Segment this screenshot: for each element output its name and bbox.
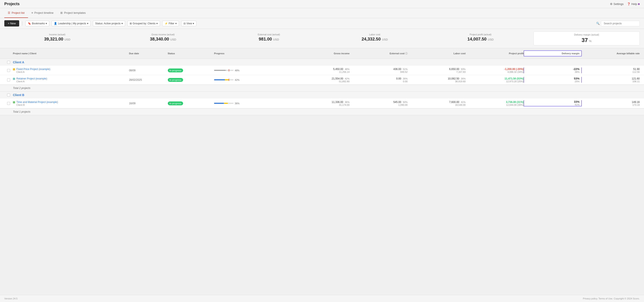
fp-status: In progress xyxy=(168,68,214,72)
th-external-cost: External cost ⓘ xyxy=(350,52,408,55)
summary-project-profit: Project profit (actual) 14,007.50 USD xyxy=(428,32,533,46)
th-progress: Progress xyxy=(214,52,292,55)
th-project-name: Project name | Client xyxy=(13,52,129,55)
notification-dot xyxy=(638,3,640,5)
summary-external-cost: External cost (actual) 981.00 USD xyxy=(216,32,322,46)
timeline-icon: ≡ xyxy=(32,11,33,14)
table-header: Project name | Client Due date Status Pr… xyxy=(0,48,644,59)
tab-project-list[interactable]: ☰ Project list xyxy=(4,8,28,18)
tm-status: In progress xyxy=(168,102,214,105)
rp-name-text: Retainer Project (example) Client A xyxy=(16,77,47,83)
tm-name-cell: Time and Material Project (example) Clie… xyxy=(13,100,129,106)
client-b-name[interactable]: Client B xyxy=(13,93,129,97)
project-row-rp: Retainer Project (example) Client A 28/0… xyxy=(0,75,644,85)
view-button[interactable]: ⊟ View ▾ xyxy=(181,21,197,26)
fp-color-dot xyxy=(13,68,15,70)
rp-avg-billable: 121.60 108.11 xyxy=(582,77,640,83)
tm-external-cost: 545.00 50% 1,090.00 xyxy=(350,100,408,106)
settings-link[interactable]: ⚙ Settings xyxy=(610,2,624,6)
settings-icon: ⚙ xyxy=(610,2,612,6)
rp-progress: 42% xyxy=(214,78,292,81)
tm-labor-cost: 7,600.00 41% 18,530.00 xyxy=(408,100,466,106)
fp-avg-billable: 51.90 112.56 xyxy=(582,68,640,73)
rp-status: In progress xyxy=(168,78,214,82)
th-status: Status xyxy=(168,52,214,55)
fp-due-date: 08/09 xyxy=(129,69,168,72)
summary-delivery-margin-value: 37 % xyxy=(536,37,637,44)
help-link[interactable]: ❓ Help xyxy=(627,2,640,6)
client-a-name[interactable]: Client A xyxy=(13,60,129,64)
th-delivery-margin: Delivery margin xyxy=(524,50,582,56)
total-row-a: Total 2 projects xyxy=(0,85,644,92)
chevron-down-icon-6: ▾ xyxy=(193,22,194,25)
fp-progress-pct: 48% xyxy=(235,69,240,72)
total-row-b: Total 1 projects xyxy=(0,108,644,115)
fp-progress-marker xyxy=(229,69,229,72)
client-a-row: Client A xyxy=(0,59,644,66)
search-area: 🔍 xyxy=(596,21,640,26)
fp-checkbox[interactable] xyxy=(7,69,10,72)
info-icon: ⓘ xyxy=(405,52,408,55)
chevron-down-icon-5: ▾ xyxy=(175,22,176,25)
bookmark-icon: 🔖 xyxy=(28,22,31,25)
summary-gross-income: Gross income (actual) 38,340.00 USD xyxy=(110,32,216,46)
tm-progress-yellow xyxy=(224,103,228,104)
groupby-button[interactable]: ⊞ Grouped by: Clients ▾ xyxy=(127,21,160,26)
summary-labor-cost-value: 24,332.50 USD xyxy=(324,36,425,42)
rp-color-dot xyxy=(13,78,15,80)
client-a-checkbox[interactable] xyxy=(7,61,10,64)
rp-project-profit: 11,471.50 (53%) 12,973.20 (25%) xyxy=(466,77,524,83)
rp-checkbox[interactable] xyxy=(7,78,10,82)
filter-icon: ⚡ xyxy=(164,22,168,25)
user-filter-button[interactable]: 👤 Leadership | My projects ▾ xyxy=(52,21,91,26)
chevron-down-icon-3: ▾ xyxy=(122,22,123,25)
tm-delivery-margin: 33% 41% xyxy=(524,100,582,106)
th-project-profit: Project profit xyxy=(466,52,524,55)
summary-bar: Income (actual) 39,321.00 USD Gross inco… xyxy=(0,29,644,48)
rp-external-cost: 0.00 26% 0.00 xyxy=(350,77,408,83)
tabs-bar: ☰ Project list ≡ Project timeline ⊞ Proj… xyxy=(0,8,644,18)
fp-gross-income: 5,450.00 48% 11,256.14 xyxy=(292,68,349,73)
status-filter-button[interactable]: Status: Active projects ▾ xyxy=(93,21,125,26)
fp-progress-fill xyxy=(214,70,226,71)
fp-external-cost: 436.00 51% 849.52 xyxy=(350,68,408,73)
user-icon: 👤 xyxy=(54,22,57,25)
rp-due-date: 28/02/2025 xyxy=(129,78,168,82)
new-button[interactable]: + New xyxy=(4,20,19,26)
help-icon: ❓ xyxy=(627,2,630,6)
tm-project-profit: 3,736.00 (31%) 12,644.00 (39%) xyxy=(466,100,524,106)
groupby-icon: ⊞ xyxy=(130,22,132,25)
bookmarks-button[interactable]: 🔖 Bookmarks ▾ xyxy=(26,21,49,26)
tab-project-timeline[interactable]: ≡ Project timeline xyxy=(28,8,57,18)
th-gross-income: Gross income xyxy=(292,52,349,55)
checkbox-cell-a[interactable] xyxy=(4,61,13,64)
top-bar-right: ⚙ Settings ❓ Help xyxy=(610,2,640,6)
fp-delivery-margin: -22% 36% xyxy=(524,68,582,73)
rp-labor-cost: 10,082.50 26% 38,919.60 xyxy=(408,77,466,83)
summary-external-cost-value: 981.00 USD xyxy=(218,36,319,42)
th-due-date: Due date xyxy=(129,52,168,55)
project-row-fp: Fixed Price Project (example) Client A 0… xyxy=(0,66,644,75)
toolbar: + New 🔖 Bookmarks ▾ 👤 Leadership | My pr… xyxy=(0,18,644,29)
tm-progress-pct: 36% xyxy=(235,102,240,105)
fp-labor-cost: 6,650.00 93% 7,167.83 xyxy=(408,68,466,73)
tm-checkbox[interactable] xyxy=(7,102,10,105)
search-input[interactable] xyxy=(601,21,640,26)
rp-gross-income: 21,554.00 42% 51,892.80 xyxy=(292,77,349,83)
filter-button[interactable]: ⚡ Filter ▾ xyxy=(162,21,179,26)
page-title: Projects xyxy=(4,2,20,6)
client-b-checkbox[interactable] xyxy=(7,94,10,96)
top-bar-left: Projects xyxy=(4,2,20,6)
fp-name-cell: Fixed Price Project (example) Client A xyxy=(13,68,129,73)
rp-progress-yellow xyxy=(225,79,229,80)
templates-icon: ⊞ xyxy=(60,11,63,14)
th-avg-billable-rate: Average billable rate xyxy=(582,52,640,55)
chevron-down-icon-2: ▾ xyxy=(87,22,88,25)
fp-project-profit: -1,200.00 (-20%) 4,088.32 (34%) xyxy=(466,68,524,73)
table-body: Client A Fixed Price Project (example) C… xyxy=(0,59,644,115)
view-icon: ⊟ xyxy=(184,22,186,25)
tab-project-templates[interactable]: ⊞ Project templates xyxy=(57,8,89,18)
summary-delivery-margin: Delivery margin (actual) 37 % xyxy=(534,32,640,46)
client-group-b: Client B Time and Material Project (exam… xyxy=(0,92,644,115)
rp-progress-blue xyxy=(214,79,225,80)
